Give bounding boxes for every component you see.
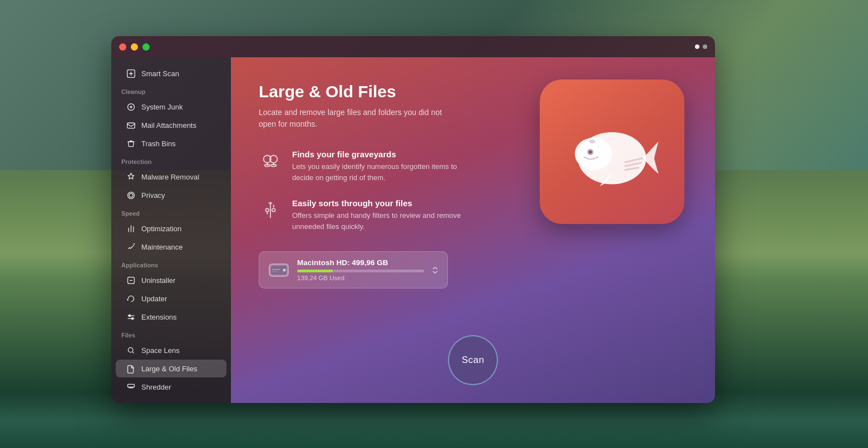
title-bar-actions [695,44,707,49]
sidebar-item-mail-attachments[interactable]: Mail Attachments [116,116,226,134]
svg-point-17 [265,165,270,167]
svg-point-8 [128,347,133,352]
sidebar-section-cleanup: Cleanup [111,83,231,97]
sidebar-item-updater[interactable]: Updater [116,290,226,307]
sidebar-section-speed: Speed [111,205,231,219]
disk-info: Macintosh HD: 499,96 GB 139,24 GB Used [297,258,424,281]
uninstaller-icon [126,275,136,285]
title-bar [111,36,715,57]
malware-icon [126,172,136,182]
sidebar-item-smart-scan[interactable]: Smart Scan [116,64,226,82]
sidebar-item-smart-scan-label: Smart Scan [141,69,179,78]
svg-point-19 [265,208,269,212]
feature-sort-title: Easily sorts through your files [292,198,465,208]
svg-point-20 [272,208,275,212]
disk-selector[interactable]: Macintosh HD: 499,96 GB 139,24 GB Used [259,251,448,288]
svg-point-6 [129,315,130,316]
sidebar-item-maintenance-label: Maintenance [141,243,183,251]
svg-rect-2 [127,123,135,128]
sidebar-item-privacy[interactable]: Privacy [116,186,226,204]
disk-chevron-icon [432,267,438,273]
sidebar-item-updater-label: Updater [141,295,167,303]
sidebar-item-system-junk[interactable]: System Junk [116,98,226,116]
svg-point-3 [129,193,133,197]
page-subtitle: Locate and remove large files and folder… [259,107,442,130]
sidebar-item-trash-bins-label: Trash Bins [141,140,176,148]
mail-icon [126,120,136,130]
svg-point-4 [127,192,134,198]
junk-icon [126,102,136,112]
svg-rect-25 [272,269,280,270]
main-content: Large & Old Files Locate and remove larg… [231,57,715,403]
traffic-lights [119,43,150,51]
svg-rect-9 [127,384,134,387]
privacy-icon [126,190,136,200]
minimize-button[interactable] [131,43,138,51]
svg-point-12 [589,140,595,143]
scan-button[interactable]: Scan [448,335,498,385]
scan-icon [126,68,136,78]
app-window: Smart Scan Cleanup System Junk [111,36,715,403]
disk-icon [268,260,289,281]
disk-progress-bar [297,270,424,272]
sidebar-item-space-lens-label: Space Lens [141,346,180,355]
large-files-icon [126,364,136,374]
sort-icon [259,198,282,222]
sidebar-item-uninstaller[interactable]: Uninstaller [116,271,226,289]
sidebar-item-extensions[interactable]: Extensions [116,308,226,326]
sidebar-item-optimization[interactable]: Optimization [116,220,226,237]
trash-icon [126,138,136,148]
sidebar-item-malware-removal[interactable]: Malware Removal [116,168,226,186]
sidebar-item-large-old-files-label: Large & Old Files [141,365,197,373]
sidebar-item-large-old-files[interactable]: Large & Old Files [116,360,226,377]
dot-icon-1 [695,44,699,49]
dot-icon-2 [703,44,707,49]
sidebar-section-applications: Applications [111,256,231,271]
close-button[interactable] [119,43,126,51]
svg-point-7 [131,317,133,319]
graveyard-icon [259,150,282,173]
sidebar-item-shredder[interactable]: Shredder [116,378,226,396]
sidebar-item-trash-bins[interactable]: Trash Bins [116,135,226,152]
scan-button-wrap: Scan [448,335,498,385]
sidebar-section-protection: Protection [111,153,231,167]
shredder-icon [126,382,136,392]
svg-point-18 [271,165,277,167]
space-lens-icon [126,345,136,355]
disk-name: Macintosh HD: 499,96 GB [297,258,424,267]
feature-sort-desc: Offers simple and handy filters to revie… [292,210,465,232]
whale-illustration [562,112,662,192]
sidebar-item-privacy-label: Privacy [141,191,165,200]
sidebar-section-files: Files [111,326,231,341]
updater-icon [126,293,136,303]
feature-graveyard-desc: Lets you easily identify numerous forgot… [292,161,465,183]
sidebar-item-optimization-label: Optimization [141,225,181,233]
svg-rect-26 [272,271,278,272]
sidebar-item-system-junk-label: System Junk [141,103,183,111]
sidebar-item-maintenance[interactable]: Maintenance [116,238,226,256]
sidebar-item-uninstaller-label: Uninstaller [141,276,175,285]
maximize-button[interactable] [142,43,150,51]
disk-progress-fill [297,270,333,272]
folder-icon-bg [540,79,684,224]
sidebar-item-malware-removal-label: Malware Removal [141,173,199,181]
disk-drive-icon [268,260,289,281]
illustration [540,79,684,224]
svg-point-14 [589,150,592,153]
sidebar-item-extensions-label: Extensions [141,313,177,321]
optimization-icon [126,223,136,233]
feature-graveyard-title: Finds your file graveyards [292,150,465,159]
sidebar-item-shredder-label: Shredder [141,383,171,391]
extensions-icon [126,312,136,322]
window-body: Smart Scan Cleanup System Junk [111,57,715,403]
svg-point-24 [284,269,285,271]
disk-used-label: 139,24 GB Used [297,275,424,281]
maintenance-icon [126,242,136,252]
sidebar: Smart Scan Cleanup System Junk [111,57,231,403]
sidebar-item-mail-attachments-label: Mail Attachments [141,121,196,130]
sidebar-item-space-lens[interactable]: Space Lens [116,341,226,359]
